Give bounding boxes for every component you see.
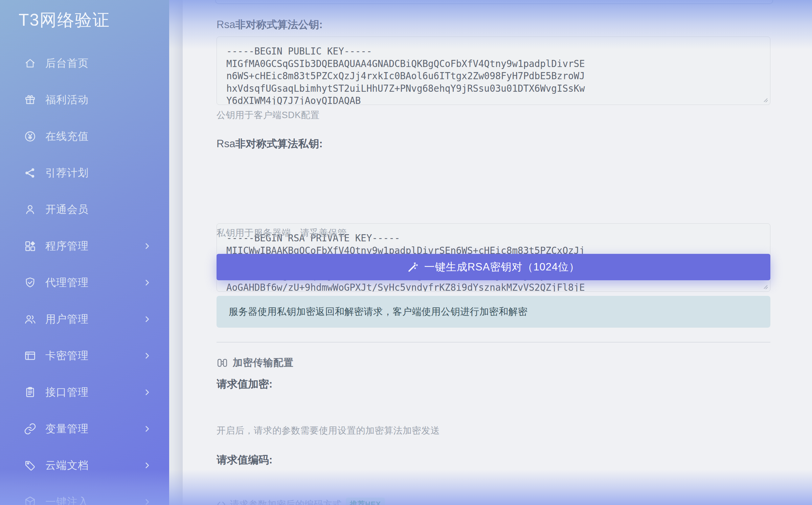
sidebar-item-home[interactable]: 后台首页	[0, 45, 169, 82]
sidebar-item-membership[interactable]: 开通会员	[0, 191, 169, 228]
yuan-circle-icon	[24, 130, 37, 143]
chevron-right-icon	[143, 351, 152, 360]
public-key-help: 公钥用于客户端SDK配置	[217, 109, 770, 121]
sidebar-item-recharge[interactable]: 在线充值	[0, 118, 169, 155]
card-window-icon	[24, 349, 37, 362]
home-icon	[24, 57, 37, 70]
chevron-right-icon	[143, 315, 152, 324]
private-key-label: Rsa非对称式算法私钥:	[217, 137, 770, 151]
chevron-right-icon	[143, 242, 152, 250]
magic-wand-icon	[407, 261, 419, 273]
sidebar-item-program[interactable]: 程序管理	[0, 228, 169, 264]
menu-item-label: 福利活动	[45, 93, 152, 107]
request-encoding-help: 请求参数加密后的编码方式	[230, 498, 342, 505]
main-panel: Rsa非对称式算法公钥: -----BEGIN PUBLIC KEY----- …	[183, 0, 812, 505]
menu-item-label: 程序管理	[45, 239, 143, 253]
request-encrypt-help: 开启后，请求的参数需要使用设置的加密算法加密发送	[217, 424, 770, 437]
sidebar-item-variables[interactable]: 变量管理	[0, 411, 169, 447]
public-key-label: Rsa非对称式算法公钥:	[217, 18, 770, 32]
resize-handle-icon[interactable]	[763, 97, 768, 103]
chevron-right-icon	[143, 388, 152, 397]
chevron-right-icon	[143, 461, 152, 470]
request-encoding-label: 请求值编码:	[217, 453, 770, 467]
menu-item-label: 变量管理	[45, 422, 143, 436]
sidebar-item-inject[interactable]: 一键注入	[0, 484, 169, 505]
resize-handle-icon[interactable]	[763, 284, 768, 290]
settings-form: Rsa非对称式算法公钥: -----BEGIN PUBLIC KEY----- …	[217, 0, 770, 505]
menu-item-label: 云端文档	[45, 458, 143, 473]
request-encrypt-label: 请求值加密:	[217, 377, 770, 391]
sidebar-item-users[interactable]: 用户管理	[0, 301, 169, 337]
key-usage-alert: 服务器使用私钥加密返回和解密请求，客户端使用公钥进行加密和解密	[217, 296, 770, 328]
sidebar-item-welfare[interactable]: 福利活动	[0, 82, 169, 118]
menu-item-label: 代理管理	[45, 276, 143, 290]
previous-field-cutoff	[215, 0, 773, 4]
menu-item-label: 在线充值	[45, 129, 152, 144]
tag-icon	[24, 459, 37, 472]
menu-item-label: 卡密管理	[45, 349, 143, 363]
generate-rsa-button-label: 一键生成RSA密钥对（1024位）	[424, 260, 580, 274]
cube-icon	[24, 496, 37, 505]
sidebar-menu: 后台首页 福利活动 在线充值 引荐计划 开通会员 程序管理 代理管理 用户管理	[0, 45, 169, 505]
menu-item-label: 一键注入	[45, 495, 143, 505]
sidebar-item-card-keys[interactable]: 卡密管理	[0, 337, 169, 374]
section-title: 加密传输配置	[233, 356, 294, 370]
users-icon	[24, 313, 37, 326]
sidebar-item-api[interactable]: 接口管理	[0, 374, 169, 411]
gift-icon	[24, 93, 37, 106]
request-encoding-help-row: 请求参数加密后的编码方式 推荐HEX	[217, 498, 770, 505]
chevron-right-icon	[143, 278, 152, 287]
public-key-box: -----BEGIN PUBLIC KEY----- MIGfMA0GCSqGS…	[217, 37, 770, 105]
generate-rsa-button[interactable]: 一键生成RSA密钥对（1024位）	[217, 254, 770, 280]
sidebar-item-cloud-docs[interactable]: 云端文档	[0, 447, 169, 484]
menu-item-label: 后台首页	[45, 56, 152, 70]
public-key-textarea[interactable]: -----BEGIN PUBLIC KEY----- MIGfMA0GCSqGS…	[217, 37, 770, 105]
section-divider	[217, 342, 770, 343]
sidebar: T3网络验证 后台首页 福利活动 在线充值 引荐计划 开通会员 程序管理 代理管…	[0, 0, 169, 505]
apps-grid-icon	[24, 240, 37, 252]
menu-item-label: 接口管理	[45, 385, 143, 399]
menu-item-label: 用户管理	[45, 312, 143, 326]
app-title: T3网络验证	[19, 9, 110, 31]
chevron-right-icon	[143, 498, 152, 505]
recommend-hex-badge: 推荐HEX	[346, 498, 385, 505]
clipboard-icon	[24, 386, 37, 399]
user-icon	[24, 203, 37, 216]
chevron-right-icon	[143, 424, 152, 433]
sidebar-item-agent[interactable]: 代理管理	[0, 264, 169, 301]
encrypt-transport-section-header: 加密传输配置	[217, 356, 770, 370]
sidebar-item-referral[interactable]: 引荐计划	[0, 155, 169, 191]
shield-check-icon	[24, 276, 37, 289]
code-icon	[217, 500, 226, 505]
transfer-config-icon	[217, 357, 228, 369]
share-icon	[24, 167, 37, 179]
link-icon	[24, 422, 37, 435]
private-key-help: 私钥用于服务器端，请妥善保管	[217, 227, 770, 239]
menu-item-label: 引荐计划	[45, 166, 152, 180]
menu-item-label: 开通会员	[45, 202, 152, 217]
